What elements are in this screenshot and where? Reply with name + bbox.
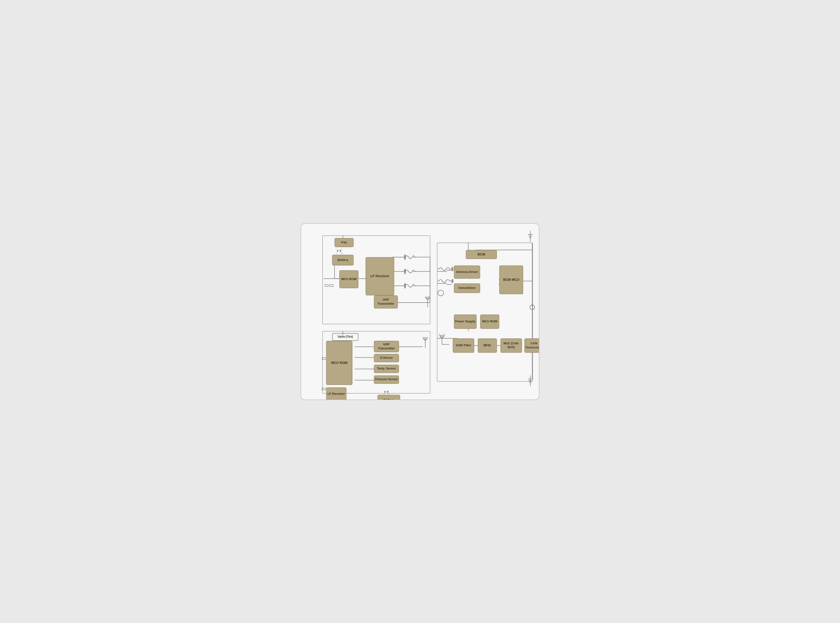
power-supply-block: Power Supply <box>454 315 477 329</box>
lf-receiver-block: LF Receiver <box>366 257 394 295</box>
battery-bottom-block: Battery <box>378 395 400 400</box>
mcu-rom-right-block: MCU ROM <box>480 315 499 329</box>
saw-filter-block: SAW Filter <box>453 338 474 353</box>
svg-line-105 <box>439 335 442 338</box>
antenna-bottom <box>422 335 429 349</box>
can-transceiver-block: CAN Transceiver <box>524 338 539 353</box>
mcu-rom-top-block: MCU ROM <box>339 270 358 288</box>
bcm-coils <box>438 264 454 288</box>
svg-rect-9 <box>330 285 333 287</box>
uhf-transmitter-top-block: UHF Transmitter <box>374 295 398 308</box>
g-sensor-block: G-Sensor <box>374 354 399 362</box>
temp-sensor-block: Temp. Sensor <box>374 365 399 373</box>
antenna-driver-block: Antenna Driver <box>454 265 480 279</box>
svg-rect-30 <box>322 388 326 390</box>
svg-text:+: + <box>341 252 343 254</box>
rfic-block: RFIC <box>478 338 497 353</box>
power-symbol-top <box>526 231 535 243</box>
battery-symbol-top: − + <box>336 250 350 254</box>
battery-symbol-bottom: − + <box>383 391 397 395</box>
key-block: Key <box>335 238 353 247</box>
bcm-block: BCM <box>466 250 497 259</box>
svg-point-41 <box>530 305 535 310</box>
svg-point-36 <box>438 290 444 296</box>
battery-top-block: Battery <box>332 255 353 265</box>
coils-top <box>404 252 416 290</box>
mcu-rom-bottom-block: MCU ROM <box>326 341 352 385</box>
immobilizer-block: Immobilizer <box>454 284 480 293</box>
lf-receiver-bottom-block: LF Receiver <box>326 387 346 400</box>
valve-tire-block: Valve (Tire) <box>332 333 358 341</box>
muc-canbus-block: MUC (CAN-BUS) <box>500 338 522 353</box>
antenna-saw <box>437 332 450 345</box>
power-symbol-bottom <box>526 376 535 387</box>
bcm-mcu-block: BCM MCU <box>499 265 523 294</box>
uhf-transmitter-bottom-block: UHF Transmitter <box>374 341 399 352</box>
diagram-container: Key − + Battery MCU ROM LF Receiver <box>301 223 539 400</box>
svg-rect-8 <box>325 285 328 287</box>
pressure-sensor-block: Pressure Sensor <box>374 376 399 384</box>
svg-text:−: − <box>336 252 337 254</box>
antenna-top <box>424 294 431 308</box>
svg-rect-24 <box>322 358 326 359</box>
svg-rect-2 <box>437 243 533 381</box>
svg-line-106 <box>442 335 445 338</box>
